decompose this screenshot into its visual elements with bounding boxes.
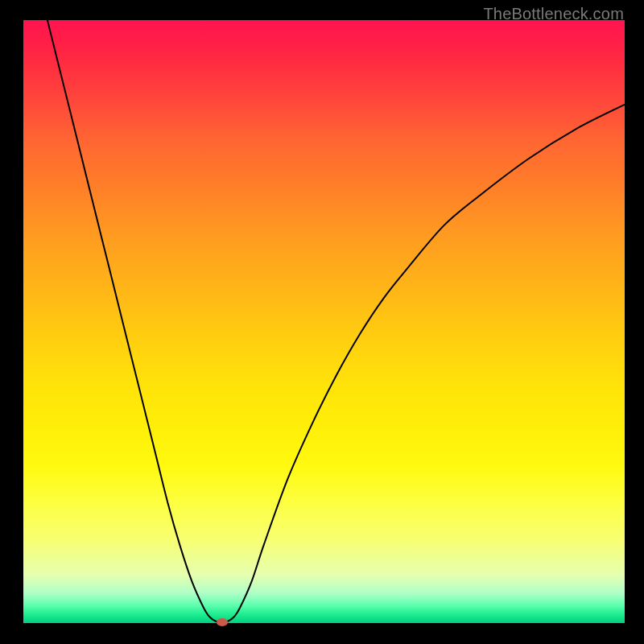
bottleneck-curve bbox=[23, 20, 625, 623]
watermark: TheBottleneck.com bbox=[483, 5, 624, 23]
minimum-marker bbox=[217, 618, 228, 626]
chart-container: TheBottleneck.com bbox=[0, 0, 644, 644]
